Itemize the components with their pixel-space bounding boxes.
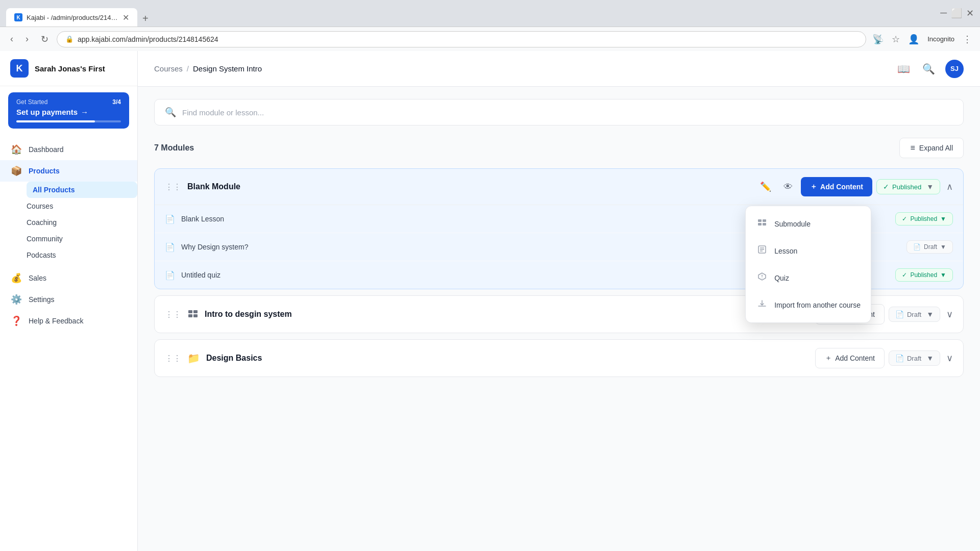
lesson-status-untitled-quiz[interactable]: ✓ Published ▼ [895, 268, 953, 282]
profile-button[interactable]: 👤 [906, 32, 921, 47]
active-tab[interactable]: K Kajabi - /admin/products/21481... ✕ [6, 8, 137, 27]
sidebar-item-settings[interactable]: ⚙️ Settings [0, 289, 137, 310]
draft-doc-icon: 📄 [895, 310, 904, 318]
avatar[interactable]: SJ [945, 60, 964, 78]
submodule-folder-icon [187, 308, 199, 321]
nav-bar: ‹ › ↻ 🔒 app.kajabi.com/admin/products/21… [0, 27, 980, 51]
collapse-icon[interactable]: ∧ [946, 181, 953, 192]
search-bar: 🔍 [154, 99, 964, 126]
app: K Sarah Jonas's First Get Started 3/4 Se… [0, 51, 980, 551]
forward-button[interactable]: › [21, 32, 33, 46]
get-started-top: Get Started 3/4 [16, 98, 121, 106]
sidebar-item-products[interactable]: 📦 Products [0, 160, 137, 182]
status-badge-draft-design-basics[interactable]: 📄 Draft ▼ [889, 350, 940, 366]
tab-close-button[interactable]: ✕ [122, 13, 129, 22]
breadcrumb-current: Design System Intro [193, 64, 262, 73]
lesson-status-blank-lesson[interactable]: ✓ Published ▼ [895, 212, 953, 226]
preview-icon-button[interactable]: 👁 [779, 180, 797, 194]
status-badge-draft-intro[interactable]: 📄 Draft ▼ [889, 307, 940, 322]
edit-icon-button[interactable]: ✏️ [756, 179, 775, 194]
get-started-banner[interactable]: Get Started 3/4 Set up payments → [8, 92, 129, 129]
sidebar-item-dashboard[interactable]: 🏠 Dashboard [0, 139, 137, 160]
sidebar-item-sales[interactable]: 💰 Sales [0, 267, 137, 289]
lock-icon: 🔒 [65, 35, 74, 43]
main-header: Courses / Design System Intro 📖 🔍 SJ [138, 51, 980, 87]
search-input[interactable] [182, 108, 953, 117]
tab-title: Kajabi - /admin/products/21481... [27, 14, 118, 21]
book-icon-button[interactable]: 📖 [895, 61, 912, 77]
module-header-design-basics: ⋮⋮ 📁 Design Basics ＋ Add Content 📄 Draft [155, 340, 963, 377]
nav-actions: 📡 ☆ 👤 Incognito ⋮ [870, 32, 974, 47]
intro-status-label: Draft [907, 311, 921, 318]
module-title-design-basics: Design Basics [206, 354, 809, 363]
quiz-icon [756, 271, 768, 284]
status-badge-published[interactable]: ✓ Published ▼ [876, 179, 940, 194]
dashboard-icon: 🏠 [10, 144, 22, 155]
cast-button[interactable]: 📡 [870, 32, 886, 47]
incognito-label: Incognito [925, 33, 957, 45]
expand-all-icon: ≡ [910, 143, 915, 153]
add-content-design-basics-button[interactable]: ＋ Add Content [815, 348, 885, 368]
intro-chevron-down-icon: ▼ [926, 310, 934, 318]
modules-label: Modules [161, 143, 194, 152]
svg-rect-10 [188, 314, 192, 317]
module-item-design-basics: ⋮⋮ 📁 Design Basics ＋ Add Content 📄 Draft [154, 339, 964, 377]
dropdown-item-import[interactable]: Import from another course [746, 291, 871, 318]
svg-rect-1 [763, 219, 766, 222]
minimize-button[interactable]: ─ [940, 8, 947, 19]
intro-expand-icon[interactable]: ∨ [946, 309, 953, 320]
browser-chrome: K Kajabi - /admin/products/21481... ✕ + … [0, 0, 980, 27]
menu-button[interactable]: ⋮ [961, 32, 974, 47]
dropdown-item-lesson[interactable]: Lesson [746, 237, 871, 264]
refresh-button[interactable]: ↻ [37, 32, 53, 47]
sidebar-item-community[interactable]: Community [27, 231, 137, 247]
modules-header: 7 Modules ≡ Expand All [154, 138, 964, 158]
module-actions-blank-module: ✏️ 👁 ＋ Add Content ✓ Published ▼ [756, 177, 953, 196]
settings-icon: ⚙️ [10, 294, 22, 305]
sidebar-item-coaching[interactable]: Coaching [27, 214, 137, 231]
new-tab-button[interactable]: + [138, 11, 153, 27]
maximize-button[interactable]: ⬜ [951, 8, 962, 19]
lesson-chevron-icon: ▼ [940, 215, 946, 222]
drag-handle-icon-2[interactable]: ⋮⋮ [165, 310, 181, 319]
plus-icon-db: ＋ [825, 354, 832, 363]
module-list: ⋮⋮ Blank Module ✏️ 👁 ＋ Add Content ✓ [154, 168, 964, 377]
svg-rect-3 [763, 223, 766, 226]
drag-handle-icon[interactable]: ⋮⋮ [165, 182, 181, 192]
svg-rect-0 [758, 219, 762, 222]
back-button[interactable]: ‹ [6, 32, 17, 46]
svg-rect-9 [193, 310, 198, 313]
content-area: 🔍 7 Modules ≡ Expand All ⋮⋮ [138, 87, 980, 551]
dropdown-item-quiz[interactable]: Quiz [746, 264, 871, 291]
breadcrumb-courses[interactable]: Courses [154, 64, 183, 73]
sidebar-item-all-products[interactable]: All Products [27, 182, 137, 198]
module-title-blank-module: Blank Module [187, 182, 750, 191]
lesson-status-label: Published [910, 215, 937, 222]
dropdown-item-quiz-label: Quiz [774, 274, 789, 282]
expand-all-button[interactable]: ≡ Expand All [899, 138, 964, 158]
url-text: app.kajabi.com/admin/products/2148145624 [78, 35, 218, 43]
get-started-label: Get Started [16, 98, 47, 106]
sidebar-header: K Sarah Jonas's First [0, 51, 137, 86]
drag-handle-icon-3[interactable]: ⋮⋮ [165, 354, 181, 363]
search-icon: 🔍 [165, 107, 176, 118]
sales-icon: 💰 [10, 272, 22, 284]
tab-favicon: K [14, 13, 22, 21]
add-content-button[interactable]: ＋ Add Content [801, 177, 872, 196]
add-content-label: Add Content [820, 183, 863, 191]
sidebar-item-podcasts[interactable]: Podcasts [27, 247, 137, 263]
breadcrumb: Courses / Design System Intro [154, 64, 262, 73]
bookmark-button[interactable]: ☆ [890, 32, 902, 47]
close-button[interactable]: ✕ [966, 8, 974, 19]
dropdown-item-submodule[interactable]: Submodule [746, 210, 871, 237]
module-header-blank-module: ⋮⋮ Blank Module ✏️ 👁 ＋ Add Content ✓ [155, 169, 963, 205]
lesson-doc-icon-2: 📄 [165, 242, 175, 252]
search-icon-button[interactable]: 🔍 [920, 61, 937, 77]
lesson-doc-icon-3: 📄 [165, 270, 175, 280]
progress-fill [16, 120, 95, 122]
sidebar-item-courses[interactable]: Courses [27, 198, 137, 214]
lesson-status-why-design[interactable]: 📄 Draft ▼ [906, 240, 953, 254]
design-basics-expand-icon[interactable]: ∨ [946, 353, 953, 364]
sidebar-item-help[interactable]: ❓ Help & Feedback [0, 310, 137, 332]
address-bar[interactable]: 🔒 app.kajabi.com/admin/products/21481456… [57, 31, 866, 47]
